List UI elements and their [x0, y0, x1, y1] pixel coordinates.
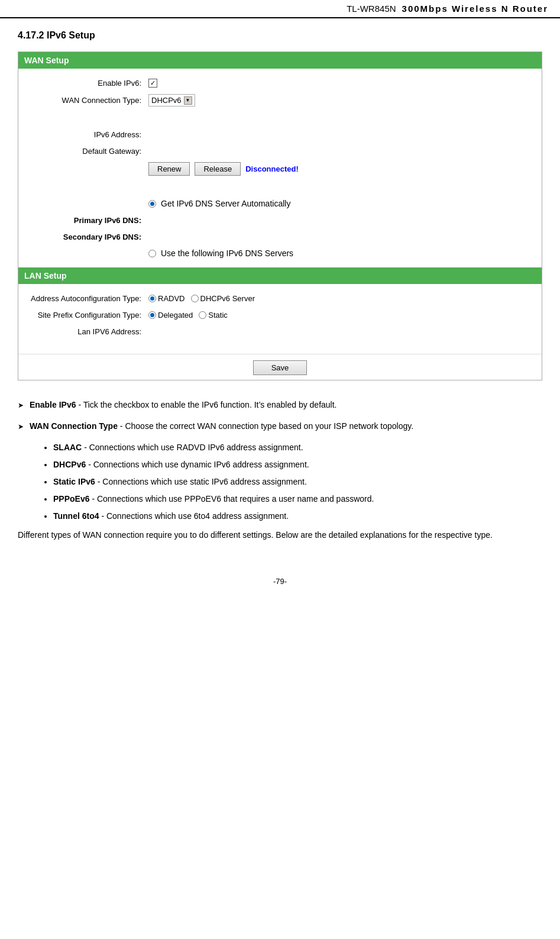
bullet-list: SLAAC - Connections which use RADVD IPv6… [53, 441, 542, 522]
dhcpv6-server-radio-item: DHCPv6 Server [191, 294, 255, 303]
tunnel-term: Tunnel 6to4 [53, 511, 99, 521]
wan-setup-header: WAN Setup [18, 52, 542, 69]
page-header: TL-WR845N 300Mbps Wireless N Router [0, 0, 560, 18]
enable-ipv6-para: ➤ Enable IPv6 - Tick the checkbox to ena… [18, 398, 542, 411]
delegated-label: Delegated [158, 311, 193, 320]
renew-button[interactable]: Renew [148, 162, 190, 176]
select-arrow-icon: ▼ [184, 96, 192, 105]
site-prefix-config-row: Site Prefix Configuration Type: Delegate… [18, 306, 542, 323]
spacer-row2 [18, 179, 542, 195]
slaac-term: SLAAC [53, 443, 82, 452]
spacer-row [18, 109, 542, 126]
use-following-dns-text: Use the following IPv6 DNS Servers [161, 249, 293, 258]
use-following-dns-radio[interactable] [148, 250, 156, 257]
page-footer: -79- [18, 577, 542, 586]
enable-ipv6-arrow: ➤ [18, 400, 24, 411]
primary-ipv6-dns-row: Primary IPv6 DNS: [18, 212, 542, 228]
default-gateway-row: Default Gateway: [18, 143, 542, 159]
static-radio-item: Static [199, 311, 228, 320]
wan-type-para: ➤ WAN Connection Type - Choose the corre… [18, 420, 542, 433]
page-title: 300Mbps Wireless N Router [402, 4, 548, 14]
enable-ipv6-title: Enable IPv6 [30, 400, 76, 409]
page-number: -79- [273, 577, 287, 586]
get-ipv6-dns-text: Get IPv6 DNS Server Automatically [161, 199, 290, 208]
wan-connection-type-control: DHCPv6 ▼ [148, 94, 530, 107]
pppoev6-desc: - Connections which use PPPoEV6 that req… [92, 494, 374, 504]
dhcpv6-desc: - Connections which use dynamic IPv6 add… [88, 460, 309, 469]
dhcpv6-term: DHCPv6 [53, 460, 86, 469]
wan-connection-type-value: DHCPv6 [151, 96, 182, 105]
tunnel-desc: - Connections which use 6to4 address ass… [101, 511, 289, 521]
static-label: Static [208, 311, 228, 320]
setup-form-panel: WAN Setup Enable IPv6: ✓ WAN Connection … [18, 51, 542, 380]
enable-ipv6-label: Enable IPv6: [30, 79, 148, 88]
list-item: SLAAC - Connections which use RADVD IPv6… [53, 441, 542, 454]
radvd-label: RADVD [158, 294, 185, 303]
secondary-ipv6-dns-label: Secondary IPv6 DNS: [30, 233, 148, 241]
address-autoconfig-control: RADVD DHCPv6 Server [148, 294, 530, 303]
save-row: Save [18, 354, 542, 380]
wan-type-desc: - Choose the correct WAN connection type… [120, 421, 413, 431]
lan-ipv6-address-label: Lan IPV6 Address: [30, 327, 148, 336]
ipv6-address-row: IPv6 Address: [18, 126, 542, 143]
radvd-radio-item: RADVD [148, 294, 185, 303]
address-autoconfig-label: Address Autoconfiguration Type: [30, 294, 148, 303]
enable-ipv6-row: Enable IPv6: ✓ [18, 75, 542, 91]
list-item: Tunnel 6to4 - Connections which use 6to4… [53, 510, 542, 522]
use-following-dns-control: Use the following IPv6 DNS Servers [148, 249, 530, 258]
static-ipv6-term: Static IPv6 [53, 477, 95, 486]
get-ipv6-dns-row: Get IPv6 DNS Server Automatically [18, 195, 542, 212]
site-prefix-config-label: Site Prefix Configuration Type: [30, 311, 148, 320]
enable-ipv6-checkbox[interactable]: ✓ [148, 79, 157, 88]
model-name: TL-WR845N [347, 4, 396, 14]
section-heading: 4.17.2 IPv6 Setup [18, 30, 542, 41]
dhcpv6-server-label: DHCPv6 Server [200, 294, 255, 303]
dhcpv6-server-radio[interactable] [191, 295, 199, 302]
renew-release-row: Renew Release Disconnected! [18, 159, 542, 179]
delegated-radio[interactable] [148, 311, 156, 319]
static-radio[interactable] [199, 311, 206, 319]
get-ipv6-dns-radio[interactable] [148, 200, 156, 208]
footer-para: Different types of WAN connection requir… [18, 528, 542, 541]
lan-ipv6-address-row: Lan IPV6 Address: [18, 323, 542, 340]
lan-spacer [18, 340, 542, 348]
delegated-radio-item: Delegated [148, 311, 193, 320]
slaac-desc: - Connections which use RADVD IPv6 addre… [84, 443, 303, 452]
wan-type-title: WAN Connection Type [30, 421, 118, 431]
wan-connection-type-row: WAN Connection Type: DHCPv6 ▼ [18, 91, 542, 109]
lan-setup-rows: Address Autoconfiguration Type: RADVD DH… [18, 284, 542, 354]
primary-ipv6-dns-label: Primary IPv6 DNS: [30, 216, 148, 225]
get-ipv6-dns-control: Get IPv6 DNS Server Automatically [148, 199, 530, 208]
address-autoconfig-row: Address Autoconfiguration Type: RADVD DH… [18, 290, 542, 306]
wan-setup-rows: Enable IPv6: ✓ WAN Connection Type: DHCP… [18, 69, 542, 267]
page-body: 4.17.2 IPv6 Setup WAN Setup Enable IPv6:… [0, 30, 560, 604]
lan-setup-header: LAN Setup [18, 267, 542, 284]
list-item: Static IPv6 - Connections which use stat… [53, 476, 542, 488]
site-prefix-config-radios: Delegated Static [148, 311, 228, 320]
wan-connection-type-label: WAN Connection Type: [30, 96, 148, 105]
disconnected-status: Disconnected! [245, 164, 299, 173]
release-button[interactable]: Release [195, 162, 241, 176]
save-button[interactable]: Save [253, 360, 307, 375]
content-section: ➤ Enable IPv6 - Tick the checkbox to ena… [18, 398, 542, 541]
radvd-radio[interactable] [148, 295, 156, 302]
site-prefix-config-control: Delegated Static [148, 311, 530, 320]
enable-ipv6-desc: - Tick the checkbox to enable the IPv6 f… [78, 400, 336, 409]
static-ipv6-desc: - Connections which use static IPv6 addr… [98, 477, 307, 486]
list-item: DHCPv6 - Connections which use dynamic I… [53, 459, 542, 471]
renew-release-control: Renew Release Disconnected! [148, 162, 530, 176]
wan-connection-type-select[interactable]: DHCPv6 ▼ [148, 94, 195, 107]
use-following-dns-row: Use the following IPv6 DNS Servers [18, 245, 542, 262]
ipv6-address-label: IPv6 Address: [30, 130, 148, 139]
wan-type-arrow: ➤ [18, 421, 24, 433]
secondary-ipv6-dns-row: Secondary IPv6 DNS: [18, 228, 542, 245]
address-autoconfig-radios: RADVD DHCPv6 Server [148, 294, 255, 303]
list-item: PPPoEv6 - Connections which use PPPoEV6 … [53, 493, 542, 505]
pppoev6-term: PPPoEv6 [53, 494, 89, 504]
default-gateway-label: Default Gateway: [30, 147, 148, 156]
enable-ipv6-control: ✓ [148, 79, 530, 88]
